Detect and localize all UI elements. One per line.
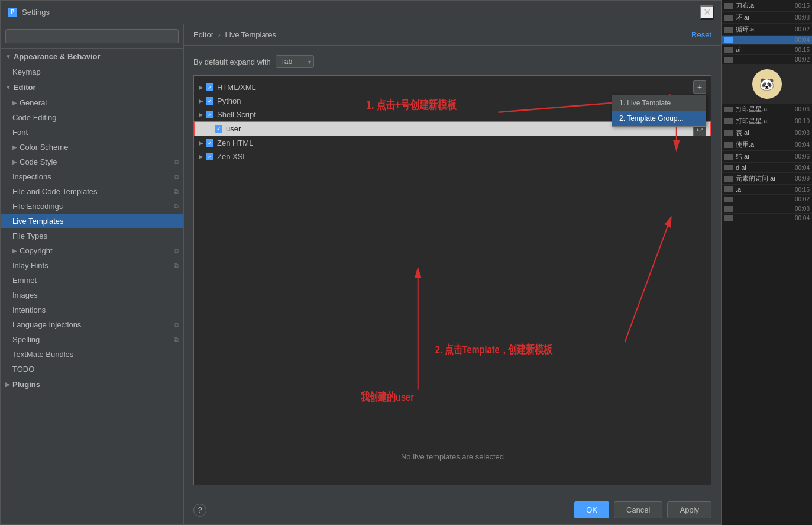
help-button[interactable]: ?	[193, 504, 206, 517]
add-template-button[interactable]: +	[693, 80, 706, 94]
sidebar-item-emmet[interactable]: Emmet	[1, 273, 183, 288]
template-group-zenxsl[interactable]: ▶ ✓ Zen XSL	[194, 150, 711, 163]
rp-thumbnail	[724, 197, 733, 202]
dropdown-item-template-group[interactable]: 2. Template Group...	[612, 111, 706, 126]
rp-item[interactable]: 使用.ai 00:04	[722, 139, 812, 151]
rp-item[interactable]: d.ai 00:04	[722, 163, 812, 173]
rp-thumbnail	[724, 176, 733, 182]
rp-item[interactable]: 刀布.ai 00:15	[722, 0, 812, 12]
template-group-zenhtml[interactable]: ▶ ✓ Zen HTML	[194, 136, 711, 150]
reset-button[interactable]: Reset	[691, 30, 711, 39]
rp-item[interactable]: 打印星星.ai 00:06	[722, 104, 812, 115]
checkbox-htmlxml[interactable]: ✓	[206, 83, 213, 91]
rp-item[interactable]: 00:04	[722, 214, 812, 223]
sidebar-item-label: Copyright	[20, 246, 53, 255]
sidebar-item-inlay-hints[interactable]: Inlay Hints ⧉	[1, 258, 183, 273]
sidebar-item-label: Color Scheme	[20, 143, 68, 152]
arrow-icon: ▶	[199, 84, 203, 91]
rp-item[interactable]: 打印星星.ai 00:10	[722, 115, 812, 127]
rp-item[interactable]: 表.ai 00:03	[722, 127, 812, 139]
rp-item[interactable]: ai 00:15	[722, 45, 812, 55]
rp-time: 00:02	[795, 56, 810, 63]
rp-name: 打印星星.ai	[736, 105, 792, 114]
content-header: Editor › Live Templates Reset	[184, 24, 721, 46]
sidebar-item-code-editing[interactable]: Code Editing	[1, 110, 183, 125]
checkbox-zenxsl[interactable]: ✓	[206, 153, 213, 160]
sidebar-item-font[interactable]: Font	[1, 125, 183, 140]
sidebar-item-copyright[interactable]: ▶ Copyright ⧉	[1, 243, 183, 258]
dialog-footer: ? OK Cancel Apply	[184, 495, 721, 524]
title-bar: P Settings ✕	[1, 1, 721, 24]
rp-time: 00:04	[795, 37, 810, 43]
arrow-icon: ▶	[199, 98, 203, 104]
content-area: By default expand with Tab Enter Space ▾	[184, 46, 721, 495]
cancel-button[interactable]: Cancel	[614, 501, 662, 518]
sidebar-group-appearance[interactable]: ▼ Appearance & Behavior	[1, 49, 183, 65]
copy-icon: ⧉	[174, 321, 179, 328]
sidebar-item-spelling[interactable]: Spelling ⧉	[1, 332, 183, 347]
sidebar-group-plugins[interactable]: ▶ Plugins	[1, 376, 183, 392]
group-name: HTML/XML	[217, 83, 256, 92]
sidebar-item-file-encodings[interactable]: File Encodings ⧉	[1, 199, 183, 214]
rp-item[interactable]: .ai 00:16	[722, 185, 812, 195]
rp-time: 00:09	[795, 175, 810, 182]
close-button[interactable]: ✕	[700, 5, 714, 20]
sidebar-item-live-templates[interactable]: Live Templates	[1, 214, 183, 228]
sidebar-group-editor[interactable]: ▼ Editor	[1, 79, 183, 95]
rp-name: ai	[736, 46, 792, 53]
rp-name: 元素的访问.ai	[736, 174, 792, 183]
dropdown-item-live-template[interactable]: 1. Live Template	[612, 95, 706, 111]
dialog-title: Settings	[22, 8, 50, 17]
checkbox-user[interactable]: ✓	[215, 125, 222, 133]
breadcrumb-current: Live Templates	[225, 30, 276, 39]
sidebar: 🔍 ▼ Appearance & Behavior Keymap ▼ Edito…	[1, 24, 184, 524]
sidebar-item-label: Inspections	[12, 172, 51, 181]
rp-item[interactable]: 00:02	[722, 55, 812, 65]
sidebar-item-images[interactable]: Images	[1, 288, 183, 302]
sidebar-item-todo[interactable]: TODO	[1, 362, 183, 376]
ok-button[interactable]: OK	[574, 501, 609, 518]
rp-item-active[interactable]: 00:04	[722, 36, 812, 45]
sidebar-item-label: Code Style	[20, 157, 57, 166]
checkbox-python[interactable]: ✓	[206, 97, 213, 105]
rp-time: 00:06	[795, 106, 810, 112]
sidebar-item-file-types[interactable]: File Types	[1, 228, 183, 243]
search-input[interactable]	[5, 29, 179, 43]
copy-icon: ⧉	[174, 336, 179, 343]
rp-item[interactable]: 循环.ai 00:02	[722, 24, 812, 36]
rp-name: 结.ai	[736, 152, 792, 161]
sidebar-item-label: Font	[12, 128, 28, 137]
expand-select[interactable]: Tab Enter Space	[276, 55, 314, 68]
rp-thumbnail	[724, 15, 733, 21]
sidebar-item-inspections[interactable]: Inspections ⧉	[1, 169, 183, 184]
copy-icon: ⧉	[174, 188, 179, 195]
rp-thumbnail	[724, 107, 733, 112]
rp-thumbnail	[724, 215, 733, 221]
arrow-icon: ▶	[199, 153, 203, 160]
template-group-htmlxml[interactable]: ▶ ✓ HTML/XML	[194, 80, 711, 94]
sidebar-item-language-injections[interactable]: Language Injections ⧉	[1, 317, 183, 332]
sidebar-item-file-templates[interactable]: File and Code Templates ⧉	[1, 184, 183, 199]
checkbox-zenhtml[interactable]: ✓	[206, 139, 213, 147]
rp-thumbnail	[724, 206, 733, 212]
sidebar-item-textmate[interactable]: TextMate Bundles	[1, 347, 183, 362]
sidebar-item-keymap[interactable]: Keymap	[1, 65, 183, 79]
rp-thumbnail	[724, 57, 733, 63]
sidebar-group-label: Plugins	[12, 380, 40, 389]
arrow-icon: ▶	[12, 159, 17, 165]
sidebar-item-general[interactable]: ▶ General	[1, 95, 183, 110]
rp-item[interactable]: 00:02	[722, 195, 812, 204]
rp-item[interactable]: 00:08	[722, 204, 812, 214]
sidebar-item-label: Spelling	[12, 335, 40, 344]
sidebar-item-color-scheme[interactable]: ▶ Color Scheme	[1, 140, 183, 154]
group-name: Shell Script	[217, 110, 256, 119]
sidebar-item-label: Emmet	[12, 276, 37, 285]
rp-item[interactable]: 环.ai 00:08	[722, 12, 812, 24]
rp-item[interactable]: 结.ai 00:06	[722, 151, 812, 163]
apply-button[interactable]: Apply	[667, 501, 711, 518]
checkbox-shellscript[interactable]: ✓	[206, 111, 213, 118]
sidebar-item-intentions[interactable]: Intentions	[1, 302, 183, 317]
sidebar-item-code-style[interactable]: ▶ Code Style ⧉	[1, 154, 183, 169]
sidebar-item-label: Language Injections	[12, 320, 81, 329]
rp-item[interactable]: 元素的访问.ai 00:09	[722, 173, 812, 185]
